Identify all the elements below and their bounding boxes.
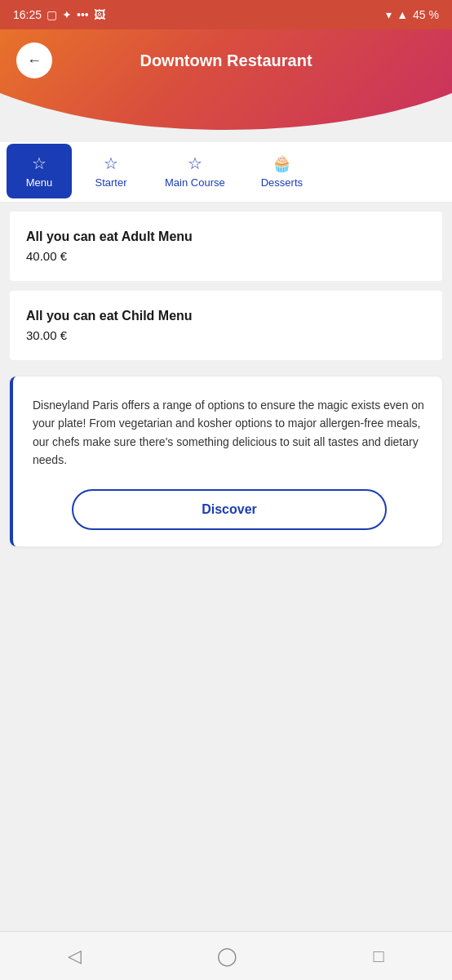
menu-tab-label: Menu	[26, 176, 53, 189]
nav-back-icon[interactable]: ◁	[68, 946, 82, 967]
menu-items-section: All you can eat Adult Menu 40.00 € All y…	[0, 212, 452, 368]
header-wave	[0, 93, 452, 142]
bottom-nav: ◁ ◯ □	[0, 931, 452, 980]
page-title: Downtown Restaurant	[52, 51, 400, 70]
signal-dots: •••	[77, 8, 89, 21]
tab-main-course[interactable]: ☆ Main Course	[150, 144, 240, 198]
status-left: 16:25 ▢ ✦ ••• 🖼	[13, 8, 105, 21]
starter-tab-icon: ☆	[104, 154, 118, 173]
info-card-text: Disneyland Paris offers a range of optio…	[33, 396, 426, 470]
starter-tab-label: Starter	[95, 176, 126, 189]
tab-desserts[interactable]: 🧁 Desserts	[246, 144, 317, 198]
image-icon: 🖼	[94, 8, 105, 21]
menu-item-child: All you can eat Child Menu 30.00 €	[10, 291, 442, 360]
screen-icon: ▢	[47, 8, 57, 21]
nav-home-icon[interactable]: ◯	[217, 946, 237, 967]
status-bar: 16:25 ▢ ✦ ••• 🖼 ▾ ▲ 45 %	[0, 0, 452, 29]
tabs-bar: ☆ Menu ☆ Starter ☆ Main Course 🧁 Dessert…	[0, 140, 452, 202]
content: ☆ Menu ☆ Starter ☆ Main Course 🧁 Dessert…	[0, 140, 452, 620]
menu-tab-icon: ☆	[32, 154, 47, 173]
header: ← Downtown Restaurant	[0, 29, 452, 140]
status-time: 16:25	[13, 8, 42, 21]
back-arrow-icon: ←	[27, 53, 42, 68]
main-course-tab-icon: ☆	[188, 154, 202, 173]
adult-menu-price: 40.00 €	[26, 249, 426, 263]
bottom-spacer	[0, 555, 452, 620]
adult-menu-name: All you can eat Adult Menu	[26, 229, 426, 244]
battery-level: 45 %	[413, 8, 439, 21]
status-right: ▾ ▲ 45 %	[386, 8, 439, 21]
desserts-tab-icon: 🧁	[272, 154, 292, 173]
nav-recents-icon[interactable]: □	[374, 946, 384, 967]
main-course-tab-label: Main Course	[165, 176, 225, 189]
wifi-icon: ▾	[386, 8, 392, 21]
header-top: ← Downtown Restaurant	[0, 29, 452, 91]
menu-item-adult: All you can eat Adult Menu 40.00 €	[10, 212, 442, 281]
tab-starter[interactable]: ☆ Starter	[78, 144, 144, 198]
discover-button[interactable]: Discover	[72, 489, 387, 530]
child-menu-name: All you can eat Child Menu	[26, 309, 426, 323]
desserts-tab-label: Desserts	[261, 176, 303, 189]
sun-icon: ✦	[62, 8, 72, 21]
signal-icon: ▲	[397, 8, 408, 21]
info-card: Disneyland Paris offers a range of optio…	[10, 376, 442, 546]
child-menu-price: 30.00 €	[26, 328, 426, 342]
back-button[interactable]: ←	[16, 42, 52, 78]
tab-menu[interactable]: ☆ Menu	[7, 144, 72, 198]
